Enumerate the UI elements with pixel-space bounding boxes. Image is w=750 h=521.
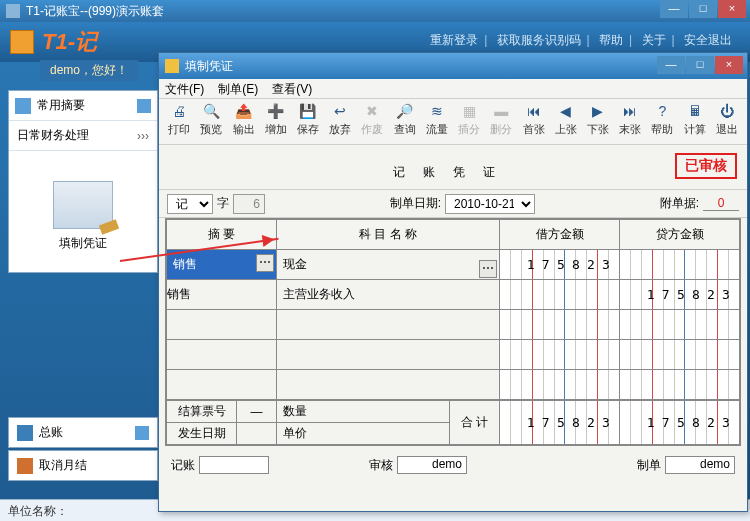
link-service-code[interactable]: 获取服务识别码 <box>497 33 581 47</box>
panel-header: 常用摘要 <box>37 97 85 114</box>
logo-text: T1-记 <box>42 27 97 57</box>
voucher-grid: 摘 要 科 目 名 称 借方金额 贷方金额 销售⋯现金⋯175823销售主营业务… <box>165 218 741 446</box>
summary-cell-selected[interactable]: 销售⋯ <box>167 250 276 279</box>
tb-icon: 🖩 <box>685 101 705 121</box>
audit-user: demo <box>397 456 467 474</box>
debit-cell[interactable] <box>500 280 620 310</box>
link-about[interactable]: 关于 <box>642 33 666 47</box>
tb-icon: 📤 <box>234 101 254 121</box>
tb-上张[interactable]: ◀上张 <box>551 101 581 142</box>
tb-icon: ▦ <box>459 101 479 121</box>
tb-icon: ➕ <box>266 101 286 121</box>
voucher-type-select[interactable]: 记 <box>167 194 213 214</box>
tb-icon: 💾 <box>298 101 318 121</box>
tb-放弃[interactable]: ↩放弃 <box>325 101 355 142</box>
tb-退出[interactable]: ⏻退出 <box>712 101 742 142</box>
grid-row[interactable] <box>167 370 740 400</box>
chevron-right-icon: ››› <box>137 129 149 143</box>
total-label: 合 计 <box>450 401 500 445</box>
debit-cell[interactable] <box>500 310 620 340</box>
debit-cell[interactable] <box>500 370 620 400</box>
lookup-button[interactable]: ⋯ <box>256 254 274 272</box>
tb-作废: ✖作废 <box>357 101 387 142</box>
tb-icon: ✖ <box>362 101 382 121</box>
menu-view[interactable]: 查看(V) <box>272 81 312 96</box>
tb-保存[interactable]: 💾保存 <box>293 101 323 142</box>
debit-cell[interactable] <box>500 340 620 370</box>
credit-cell[interactable] <box>620 310 740 340</box>
signature-row: 记账 审核demo 制单demo <box>159 446 747 484</box>
grid-row[interactable]: 销售⋯现金⋯175823 <box>167 250 740 280</box>
credit-cell[interactable]: 175823 <box>620 280 740 310</box>
tb-流量[interactable]: ≋流量 <box>422 101 452 142</box>
tb-下张[interactable]: ▶下张 <box>583 101 613 142</box>
tb-打印[interactable]: 🖨打印 <box>164 101 194 142</box>
tb-icon: ▬ <box>491 101 511 121</box>
cancel-icon <box>17 458 33 474</box>
grid-row[interactable] <box>167 310 740 340</box>
greeting-text: demo，您好！ <box>40 60 138 81</box>
credit-cell[interactable] <box>620 340 740 370</box>
posting-user <box>199 456 269 474</box>
subject-cell[interactable]: 现金⋯ <box>277 256 499 273</box>
menu-file[interactable]: 文件(F) <box>165 81 204 96</box>
tb-icon: ? <box>652 101 672 121</box>
voucher-date-select[interactable]: 2010-10-21 <box>445 194 535 214</box>
document-title: 记账凭证 已审核 <box>159 145 747 190</box>
tb-icon: ⏭ <box>620 101 640 121</box>
panel-action-icon[interactable] <box>137 99 151 113</box>
link-cancel-monthend[interactable]: 取消月结 <box>8 450 158 481</box>
total-debit: 175823 <box>500 401 620 445</box>
link-help[interactable]: 帮助 <box>599 33 623 47</box>
tb-icon: ⏻ <box>717 101 737 121</box>
inner-close-button[interactable]: × <box>715 56 743 74</box>
tb-icon: ↩ <box>330 101 350 121</box>
grid-row[interactable] <box>167 340 740 370</box>
left-panel: 常用摘要 日常财务处理 ››› 填制凭证 <box>8 90 158 273</box>
close-button[interactable]: × <box>718 0 746 18</box>
tb-增加[interactable]: ➕增加 <box>261 101 291 142</box>
subject-cell[interactable]: 主营业务收入 <box>277 286 499 303</box>
credit-cell[interactable] <box>620 250 740 280</box>
approved-stamp: 已审核 <box>675 153 737 179</box>
tb-查询[interactable]: 🔎查询 <box>390 101 420 142</box>
tb-删分: ▬删分 <box>486 101 516 142</box>
outer-title-text: T1-记账宝--(999)演示账套 <box>26 3 164 20</box>
col-credit: 贷方金额 <box>620 220 740 250</box>
tb-icon: ⏮ <box>524 101 544 121</box>
tb-输出[interactable]: 📤输出 <box>228 101 258 142</box>
minimize-button[interactable]: — <box>660 0 688 18</box>
top-links: 重新登录| 获取服务识别码| 帮助| 关于| 安全退出 <box>424 32 738 49</box>
tb-icon: 🔎 <box>395 101 415 121</box>
credit-cell[interactable] <box>620 370 740 400</box>
link-relogin[interactable]: 重新登录 <box>430 33 478 47</box>
outer-window-titlebar: T1-记账宝--(999)演示账套 — □ × <box>0 0 750 22</box>
toolbar: 🖨打印🔍预览📤输出➕增加💾保存↩放弃✖作废🔎查询≋流量▦插分▬删分⏮首张◀上张▶… <box>159 99 747 145</box>
ledger-action-icon[interactable] <box>135 426 149 440</box>
col-subject: 科 目 名 称 <box>277 220 500 250</box>
attachment-count[interactable]: 0 <box>703 196 739 211</box>
summary-icon <box>15 98 31 114</box>
inner-maximize-button[interactable]: □ <box>686 56 714 74</box>
link-ledger[interactable]: 总账 <box>8 417 158 448</box>
tb-计算[interactable]: 🖩计算 <box>680 101 710 142</box>
tb-首张[interactable]: ⏮首张 <box>518 101 548 142</box>
tb-icon: ≋ <box>427 101 447 121</box>
grid-row[interactable]: 销售主营业务收入175823 <box>167 280 740 310</box>
tb-icon: ◀ <box>556 101 576 121</box>
lookup-button[interactable]: ⋯ <box>479 260 497 278</box>
tb-icon: ▶ <box>588 101 608 121</box>
tb-预览[interactable]: 🔍预览 <box>196 101 226 142</box>
voucher-window-icon <box>165 59 179 73</box>
link-exit[interactable]: 安全退出 <box>684 33 732 47</box>
tb-帮助[interactable]: ?帮助 <box>647 101 677 142</box>
inner-minimize-button[interactable]: — <box>657 56 685 74</box>
menu-edit[interactable]: 制单(E) <box>218 81 258 96</box>
tb-末张[interactable]: ⏭末张 <box>615 101 645 142</box>
section-daily-finance[interactable]: 日常财务处理 ››› <box>9 121 157 151</box>
col-debit: 借方金额 <box>500 220 620 250</box>
maximize-button[interactable]: □ <box>689 0 717 18</box>
voucher-seq-input[interactable] <box>233 194 265 214</box>
debit-cell[interactable]: 175823 <box>500 250 620 280</box>
book-icon <box>17 425 33 441</box>
